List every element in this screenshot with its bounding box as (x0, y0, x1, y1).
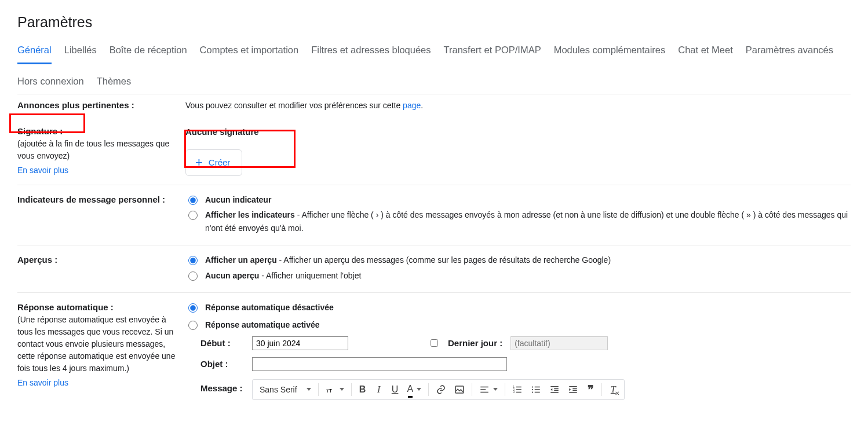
italic-button[interactable]: I (371, 382, 386, 397)
vacation-desc: (Une réponse automatique est envoyée à t… (17, 314, 180, 375)
indent-increase-icon (568, 384, 578, 395)
highlight-signature-label (9, 113, 85, 133)
align-left-icon (479, 384, 490, 395)
page-title: Paramètres (17, 14, 851, 31)
ads-suffix: . (421, 101, 423, 110)
formatting-toolbar: Sans Serif ᴛT B I U A (252, 379, 625, 400)
tab-comptes-et-importation[interactable]: Comptes et importation (200, 42, 299, 64)
insert-link-button[interactable] (432, 382, 450, 397)
toolbar-separator (505, 383, 505, 396)
tab-param-tres-avanc-s[interactable]: Paramètres avancés (746, 42, 833, 64)
indicator-none-radio[interactable] (188, 196, 198, 205)
last-day-checkbox[interactable] (431, 339, 438, 347)
underline-button[interactable]: U (388, 382, 403, 397)
snippet-show-label: Afficher un aperçu (205, 255, 277, 265)
toolbar-separator (601, 383, 602, 396)
snippet-show-radio[interactable] (188, 256, 198, 265)
section-signature: Signature : (ajoutée à la fin de tous le… (17, 117, 851, 186)
insert-image-button[interactable] (451, 382, 468, 397)
section-indicators: Indicateurs de message personnel : Aucun… (17, 185, 851, 245)
snippet-none-radio[interactable] (188, 271, 198, 281)
start-date-input[interactable] (252, 336, 348, 350)
signature-learn-more-link[interactable]: En savoir plus (17, 164, 180, 177)
numbered-list-button[interactable]: 123 (509, 382, 526, 397)
snippet-show-desc: - Afficher un aperçu des messages (comme… (277, 255, 611, 265)
snippets-label: Aperçus : (17, 255, 57, 265)
svg-text:3: 3 (513, 391, 515, 394)
tab-chat-et-meet[interactable]: Chat et Meet (678, 42, 732, 64)
vacation-off-radio[interactable] (188, 303, 198, 313)
svg-point-14 (532, 386, 533, 387)
section-ads: Annonces plus pertinentes : Vous pouvez … (17, 94, 851, 117)
vacation-on-label: Réponse automatique activée (205, 320, 320, 329)
font-family-select[interactable]: Sans Serif (256, 383, 315, 396)
message-label: Message : (200, 378, 244, 395)
vacation-learn-more-link[interactable]: En savoir plus (17, 377, 180, 389)
svg-point-16 (532, 391, 533, 392)
indicator-show-desc: - Afficher une flèche ( › ) à côté des m… (205, 210, 848, 232)
indicator-show-label: Afficher les indicateurs (205, 210, 295, 219)
indent-decrease-icon (549, 384, 560, 395)
last-day-input[interactable] (510, 336, 608, 350)
font-size-button[interactable]: ᴛT (322, 382, 348, 397)
remove-formatting-button[interactable]: T✕ (606, 382, 621, 397)
section-vacation: Réponse automatique : (Une réponse autom… (17, 293, 851, 412)
snippet-none-desc: - Afficher uniquement l'objet (259, 271, 361, 280)
tab-libell-s[interactable]: Libellés (64, 42, 97, 64)
quote-button[interactable]: ❞ (583, 382, 598, 397)
tabs-bar: GénéralLibellésBoîte de réceptionComptes… (17, 42, 851, 94)
text-size-icon: ᴛT (326, 384, 336, 395)
align-button[interactable] (476, 382, 501, 397)
toolbar-separator (472, 383, 472, 396)
bold-button[interactable]: B (355, 382, 370, 397)
tab-hors-connexion[interactable]: Hors connexion (17, 74, 84, 94)
tab-th-mes[interactable]: Thèmes (97, 74, 132, 94)
list-ordered-icon: 123 (512, 384, 523, 395)
ads-label: Annonces plus pertinentes : (17, 100, 134, 110)
toolbar-separator (428, 383, 429, 396)
ads-page-link[interactable]: page (403, 101, 421, 110)
image-icon (454, 384, 465, 395)
vacation-off-label: Réponse automatique désactivée (205, 303, 334, 312)
remove-format-icon: T✕ (611, 382, 616, 397)
quote-icon: ❞ (588, 380, 594, 399)
vacation-on-radio[interactable] (188, 321, 198, 330)
last-day-label: Dernier jour : (448, 336, 502, 350)
highlight-create-button (184, 130, 296, 168)
section-snippets: Aperçus : Afficher un aperçu - Afficher … (17, 245, 851, 293)
vacation-label: Réponse automatique : (17, 301, 180, 314)
tab-modules-compl-mentaires[interactable]: Modules complémentaires (554, 42, 666, 64)
list-bullet-icon (531, 384, 541, 395)
subject-input[interactable] (252, 357, 507, 371)
indent-less-button[interactable] (546, 382, 563, 397)
indicator-none-label: Aucun indicateur (205, 195, 271, 204)
ads-text: Vous pouvez consulter et modifier vos pr… (185, 101, 403, 110)
link-icon (436, 384, 446, 395)
start-date-label: Début : (200, 336, 244, 350)
signature-desc: (ajoutée à la fin de tous les messages q… (17, 138, 180, 162)
toolbar-separator (318, 383, 319, 396)
tab-bo-te-de-r-ception[interactable]: Boîte de réception (110, 42, 187, 64)
tab-g-n-ral[interactable]: Général (17, 42, 52, 64)
tab-transfert-et-pop-imap[interactable]: Transfert et POP/IMAP (444, 42, 541, 64)
svg-text:ᴛT: ᴛT (326, 387, 332, 393)
svg-point-15 (532, 389, 533, 390)
indent-more-button[interactable] (564, 382, 582, 397)
toolbar-separator (351, 383, 352, 396)
snippet-none-label: Aucun aperçu (205, 271, 259, 280)
tab-filtres-et-adresses-bloqu-es[interactable]: Filtres et adresses bloquées (311, 42, 431, 64)
indicator-show-radio[interactable] (188, 211, 198, 220)
text-color-button[interactable]: A (404, 382, 425, 397)
bulleted-list-button[interactable] (527, 382, 545, 397)
indicators-label: Indicateurs de message personnel : (17, 195, 165, 204)
subject-label: Objet : (200, 357, 244, 371)
